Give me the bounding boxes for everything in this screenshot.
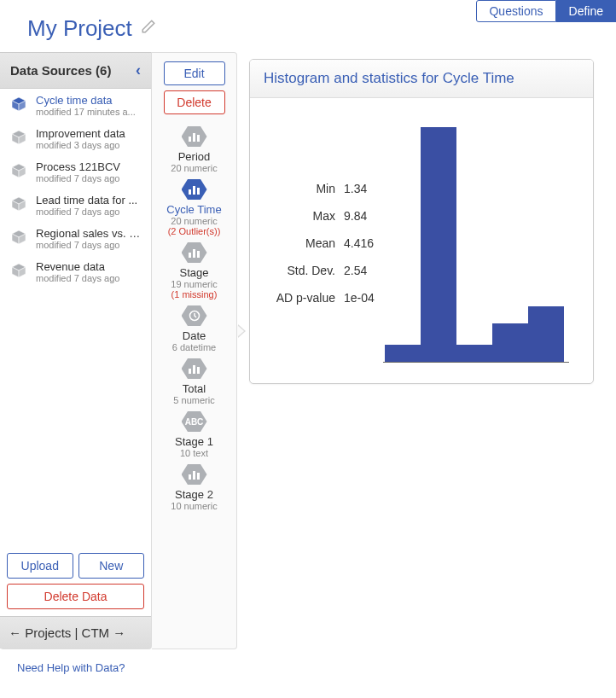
cube-icon bbox=[9, 94, 29, 114]
new-button[interactable]: New bbox=[78, 553, 145, 579]
column-name: Total bbox=[183, 382, 206, 395]
data-source-item[interactable]: Lead time data for ... modified 7 days a… bbox=[0, 189, 151, 222]
column-name: Period bbox=[178, 150, 211, 163]
svg-rect-4 bbox=[193, 186, 195, 195]
stats-table: Min1.34Max9.84Mean4.416Std. Dev.2.54AD p… bbox=[259, 175, 375, 311]
svg-rect-0 bbox=[189, 137, 191, 142]
histogram-bar bbox=[421, 127, 456, 362]
column-name: Stage bbox=[180, 266, 209, 279]
column-type-icon bbox=[182, 125, 207, 148]
data-source-name: Regional sales vs. G... bbox=[36, 227, 142, 240]
cube-icon bbox=[9, 160, 29, 181]
help-link[interactable]: Need Help with Data? bbox=[0, 649, 616, 674]
sidebar-footer-nav[interactable]: ← Projects | CTM → bbox=[0, 616, 151, 649]
data-source-name: Process 121BCV bbox=[36, 160, 120, 173]
delete-button[interactable]: Delete bbox=[164, 90, 225, 114]
data-source-modified: modified 7 days ago bbox=[36, 273, 119, 283]
svg-rect-13 bbox=[189, 474, 191, 480]
histogram-chart bbox=[383, 124, 569, 363]
stat-label: Mean bbox=[259, 236, 335, 250]
column-warning: (2 Outlier(s)) bbox=[168, 226, 221, 236]
histogram-bar bbox=[492, 323, 528, 362]
histogram-bar bbox=[528, 306, 564, 362]
column-type-icon bbox=[182, 463, 207, 486]
svg-rect-11 bbox=[193, 365, 195, 374]
project-title: My Project bbox=[27, 15, 132, 42]
column-name: Stage 1 bbox=[175, 435, 213, 448]
data-sources-sidebar: Data Sources (6) ‹ Cycle time data modif… bbox=[0, 52, 152, 649]
tab-questions[interactable]: Questions bbox=[476, 0, 555, 22]
stat-value: 1e-04 bbox=[344, 291, 375, 305]
data-source-modified: modified 7 days ago bbox=[36, 240, 142, 250]
column-item[interactable]: ABCStage 110 text bbox=[157, 410, 231, 459]
svg-rect-5 bbox=[197, 188, 200, 195]
column-type-icon bbox=[182, 358, 207, 380]
data-source-list: Cycle time data modified 17 minutes a...… bbox=[0, 89, 151, 546]
column-meta: 20 numeric bbox=[171, 163, 217, 173]
data-source-modified: modified 17 minutes a... bbox=[36, 107, 136, 117]
top-tabs: Questions Define bbox=[476, 0, 616, 22]
data-source-modified: modified 7 days ago bbox=[36, 206, 137, 217]
column-meta: 6 datetime bbox=[172, 342, 216, 352]
stat-label: AD p-value bbox=[259, 291, 335, 305]
column-meta: 5 numeric bbox=[173, 395, 214, 405]
column-item[interactable]: Period20 numeric bbox=[157, 125, 231, 174]
column-name: Date bbox=[183, 329, 206, 342]
delete-data-button[interactable]: Delete Data bbox=[7, 584, 144, 609]
svg-rect-8 bbox=[197, 251, 200, 258]
upload-button[interactable]: Upload bbox=[7, 553, 73, 579]
column-meta: 20 numeric bbox=[171, 216, 217, 226]
cube-icon bbox=[9, 194, 29, 214]
cube-icon bbox=[9, 260, 29, 281]
column-item[interactable]: Stage19 numeric(1 missing) bbox=[157, 241, 231, 300]
sidebar-title: Data Sources (6) bbox=[10, 63, 111, 78]
column-meta: 10 numeric bbox=[171, 501, 217, 511]
data-source-item[interactable]: Revenue data modified 7 days ago bbox=[0, 255, 151, 288]
cube-icon bbox=[9, 127, 29, 148]
data-source-item[interactable]: Regional sales vs. G... modified 7 days … bbox=[0, 222, 151, 255]
data-source-name: Cycle time data bbox=[36, 94, 136, 107]
content-area: Histogram and statistics for Cycle Time … bbox=[237, 52, 616, 649]
column-name: Cycle Time bbox=[166, 203, 221, 216]
sidebar-header: Data Sources (6) ‹ bbox=[0, 52, 151, 89]
stat-value: 4.416 bbox=[344, 236, 374, 250]
chevron-left-icon[interactable]: ‹ bbox=[136, 61, 141, 79]
data-source-name: Revenue data bbox=[36, 260, 119, 273]
data-source-modified: modified 7 days ago bbox=[36, 173, 120, 183]
column-meta: 19 numeric bbox=[171, 279, 217, 289]
stats-card: Histogram and statistics for Cycle Time … bbox=[249, 59, 594, 384]
card-title: Histogram and statistics for Cycle Time bbox=[250, 60, 593, 98]
svg-rect-7 bbox=[193, 249, 195, 258]
column-type-icon bbox=[182, 241, 207, 264]
column-type-icon bbox=[182, 305, 207, 327]
histogram-bar bbox=[385, 345, 421, 362]
tab-define[interactable]: Define bbox=[556, 0, 616, 22]
column-name: Stage 2 bbox=[175, 488, 213, 501]
columns-panel: Edit Delete Period20 numericCycle Time20… bbox=[152, 52, 237, 649]
edit-button[interactable]: Edit bbox=[164, 61, 225, 85]
column-item[interactable]: Date6 datetime bbox=[157, 304, 231, 353]
data-source-item[interactable]: Process 121BCV modified 7 days ago bbox=[0, 155, 151, 189]
svg-rect-1 bbox=[193, 133, 195, 142]
column-item[interactable]: Cycle Time20 numeric(2 Outlier(s)) bbox=[157, 177, 231, 237]
svg-rect-12 bbox=[197, 367, 200, 374]
svg-rect-6 bbox=[189, 253, 191, 258]
stat-label: Std. Dev. bbox=[259, 264, 335, 277]
svg-rect-3 bbox=[189, 189, 191, 195]
svg-rect-14 bbox=[193, 471, 195, 480]
stat-label: Min bbox=[259, 182, 335, 195]
data-source-item[interactable]: Improvement data modified 3 days ago bbox=[0, 122, 151, 155]
column-item[interactable]: Total5 numeric bbox=[157, 357, 231, 406]
histogram-bar bbox=[456, 345, 492, 362]
stat-value: 2.54 bbox=[344, 264, 367, 277]
svg-rect-10 bbox=[189, 369, 191, 374]
svg-rect-15 bbox=[197, 473, 200, 480]
data-source-name: Improvement data bbox=[36, 127, 125, 140]
pencil-icon[interactable] bbox=[141, 19, 156, 38]
pointer-indicator bbox=[238, 324, 246, 338]
column-item[interactable]: Stage 210 numeric bbox=[157, 462, 231, 512]
data-source-item[interactable]: Cycle time data modified 17 minutes a... bbox=[0, 89, 151, 122]
column-meta: 10 text bbox=[180, 448, 208, 458]
column-type-icon: ABC bbox=[182, 410, 207, 433]
stat-value: 1.34 bbox=[344, 182, 367, 195]
